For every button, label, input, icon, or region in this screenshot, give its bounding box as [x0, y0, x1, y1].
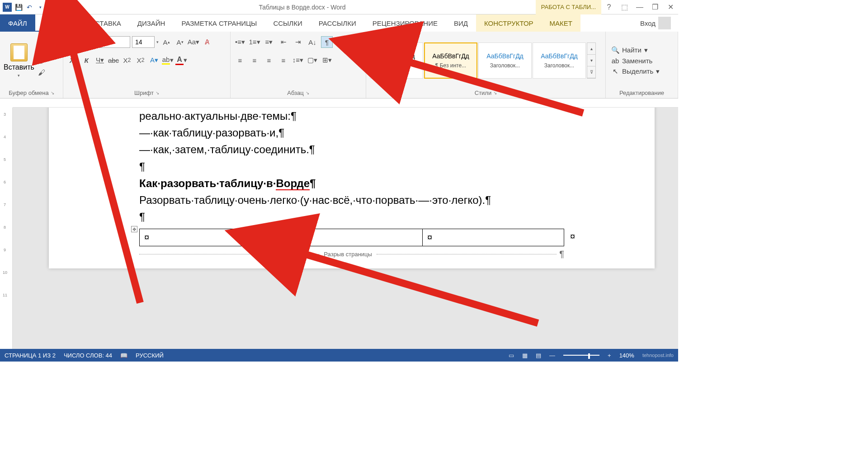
status-page[interactable]: СТРАНИЦА 1 ИЗ 2	[5, 352, 56, 359]
restore-icon[interactable]: ❐	[647, 0, 663, 14]
tab-design[interactable]: ДИЗАЙН	[129, 14, 174, 32]
help-icon[interactable]: ?	[601, 0, 617, 14]
underline-button[interactable]: Ч▾	[94, 54, 106, 66]
style-no-spacing[interactable]: АаБбВвГгДд¶ Без инте...	[424, 42, 477, 79]
bold-button[interactable]: Ж	[67, 54, 79, 66]
ribbon: Вставить ▾ ✂ ⎘ 🖌 Буфер обмена↘ ▾ A▴ A▾ A…	[0, 32, 678, 99]
print-layout-icon[interactable]: ▦	[522, 352, 528, 359]
tab-home[interactable]: ГЛАВНАЯ	[35, 14, 83, 32]
doc-line-6[interactable]: ¶	[139, 208, 564, 225]
web-layout-icon[interactable]: ▤	[536, 352, 541, 359]
table-cell[interactable]: ¤	[281, 229, 423, 246]
align-left-icon[interactable]: ≡	[234, 54, 246, 66]
close-icon[interactable]: ✕	[663, 0, 678, 14]
font-size-input[interactable]	[132, 36, 155, 48]
format-painter-icon[interactable]: 🖌	[38, 69, 45, 77]
doc-heading[interactable]: Как·разорвать·таблицу·в·Ворде¶	[139, 175, 564, 192]
align-center-icon[interactable]: ≡	[249, 54, 260, 66]
grow-font-icon[interactable]: A▴	[160, 36, 172, 48]
paste-button[interactable]: Вставить ▾	[4, 43, 34, 78]
styles-launcher-icon[interactable]: ↘	[493, 90, 497, 95]
select-button[interactable]: ↖Выделить ▾	[611, 67, 660, 75]
zoom-level[interactable]: 140%	[619, 352, 634, 359]
style-heading1[interactable]: АаБбВвГгДдЗаголовок...	[478, 42, 532, 79]
font-launcher-icon[interactable]: ↘	[156, 90, 159, 95]
redo-icon[interactable]: ↷	[47, 3, 55, 11]
multilevel-icon[interactable]: ≡▾	[263, 36, 275, 48]
styles-scroll[interactable]: ▴▾⊽	[587, 42, 596, 79]
zoom-out-icon[interactable]: —	[549, 352, 555, 359]
read-mode-icon[interactable]: ▭	[509, 352, 514, 359]
line-spacing-icon[interactable]: ↕≡▾	[292, 54, 304, 66]
show-marks-icon[interactable]: ¶	[321, 36, 333, 48]
table-cell[interactable]: ¤	[140, 229, 281, 246]
find-button[interactable]: 🔍Найти ▾	[611, 46, 660, 54]
status-words[interactable]: ЧИСЛО СЛОВ: 44	[64, 352, 112, 359]
zoom-in-icon[interactable]: +	[608, 352, 611, 359]
tab-table-design[interactable]: КОНСТРУКТОР	[476, 14, 542, 32]
tab-mailings[interactable]: РАССЫЛКИ	[311, 14, 364, 32]
shrink-font-icon[interactable]: A▾	[174, 36, 186, 48]
style-normal[interactable]: АаБбВвГгДд¶ Обычный	[370, 42, 423, 79]
decrease-indent-icon[interactable]: ⇤	[278, 36, 289, 48]
superscript-button[interactable]: X2	[135, 54, 146, 66]
tab-insert[interactable]: ВСТАВКА	[83, 14, 129, 32]
quick-access-toolbar: W 💾 ↶ ▾ ↷ ▾	[0, 3, 69, 12]
tab-page-layout[interactable]: РАЗМЕТКА СТРАНИЦЫ	[173, 14, 265, 32]
watermark: tehnopost.info	[642, 352, 674, 358]
ruler-vertical[interactable]: 3 4 5 6 7 8 9 10 11	[0, 108, 13, 349]
increase-indent-icon[interactable]: ⇥	[292, 36, 304, 48]
justify-icon[interactable]: ≡	[278, 54, 289, 66]
tab-references[interactable]: ССЫЛКИ	[265, 14, 310, 32]
doc-line-3[interactable]: —·как,·затем,·таблицу·соединить.¶	[139, 141, 564, 158]
tab-review[interactable]: РЕЦЕНЗИРОВАНИЕ	[364, 14, 446, 32]
replace-button[interactable]: abЗаменить	[611, 57, 660, 65]
ribbon-display-icon[interactable]: ⬚	[617, 0, 632, 14]
table-cell[interactable]: ¤	[423, 229, 564, 246]
paragraph-launcher-icon[interactable]: ↘	[306, 90, 309, 95]
clipboard-launcher-icon[interactable]: ↘	[51, 90, 54, 95]
italic-button[interactable]: К	[80, 54, 92, 66]
page[interactable]: реально·актуальны·две·темы:¶ —·как·табли…	[49, 108, 655, 268]
table-row[interactable]: ¤ ¤ ¤	[140, 229, 564, 246]
copy-icon[interactable]: ⎘	[38, 57, 45, 65]
subscript-button[interactable]: X2	[121, 54, 133, 66]
qat-customize-icon[interactable]: ▾	[58, 3, 66, 11]
doc-line-5[interactable]: Разорвать·таблицу·очень·легко·(у·нас·всё…	[139, 192, 564, 208]
document-table[interactable]: ¤ ¤ ¤	[139, 229, 564, 246]
doc-line-2[interactable]: —·как·таблицу·разорвать·и,¶	[139, 124, 564, 141]
bullets-icon[interactable]: •≡▾	[234, 36, 246, 48]
page-break-indicator: Разрыв страницы ¶	[139, 249, 564, 259]
change-case-icon[interactable]: Aa▾	[188, 36, 199, 48]
numbering-icon[interactable]: 1≡▾	[249, 36, 260, 48]
text-effects-icon[interactable]: A▾	[148, 54, 160, 66]
shading-icon[interactable]: ▢▾	[307, 54, 318, 66]
font-color-button[interactable]: A▾	[175, 54, 187, 66]
save-icon[interactable]: 💾	[14, 3, 23, 11]
document-area[interactable]: реально·актуальны·две·темы:¶ —·как·табли…	[13, 108, 678, 349]
cut-icon[interactable]: ✂	[38, 45, 45, 53]
font-name-input[interactable]	[67, 36, 130, 48]
clear-format-icon[interactable]: A̷	[201, 36, 213, 48]
undo-dropdown-icon[interactable]: ▾	[36, 3, 44, 11]
align-right-icon[interactable]: ≡	[263, 54, 275, 66]
tab-file[interactable]: ФАЙЛ	[0, 14, 35, 32]
doc-line-4[interactable]: ¶	[139, 158, 564, 175]
borders-icon[interactable]: ⊞▾	[321, 54, 333, 66]
select-icon: ↖	[611, 67, 619, 75]
undo-icon[interactable]: ↶	[25, 3, 33, 11]
strikethrough-button[interactable]: abc	[108, 54, 119, 66]
doc-line-1[interactable]: реально·актуальны·две·темы:¶	[139, 108, 564, 124]
status-language[interactable]: РУССКИЙ	[136, 352, 164, 359]
tab-table-layout[interactable]: МАКЕТ	[542, 14, 580, 32]
document-title: Таблицы в Ворде.docx - Word	[69, 4, 536, 11]
ruler-horizontal[interactable]	[13, 99, 678, 108]
signin-button[interactable]: Вход	[633, 14, 678, 32]
spellcheck-icon[interactable]: 📖	[120, 352, 127, 359]
highlight-button[interactable]: ab▾	[162, 54, 174, 66]
tab-view[interactable]: ВИД	[446, 14, 476, 32]
table-move-handle[interactable]: ✥	[131, 226, 137, 232]
minimize-icon[interactable]: —	[632, 0, 647, 14]
style-heading2[interactable]: АаБбВвГгДдЗаголовок...	[533, 42, 586, 79]
sort-icon[interactable]: A↓	[307, 36, 318, 48]
